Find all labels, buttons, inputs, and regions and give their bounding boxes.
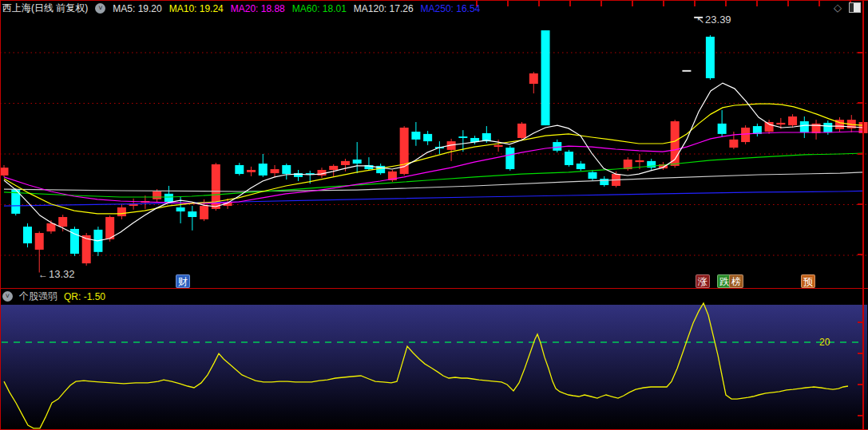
- reference-level-label: 20: [819, 337, 830, 348]
- frame-right: [862, 0, 864, 430]
- chevron-down-icon[interactable]: ˅: [2, 291, 13, 302]
- quick-button-rank[interactable]: 榜: [729, 274, 743, 288]
- window-controls: ◇: [834, 2, 861, 13]
- chevron-down-icon[interactable]: ˅: [95, 3, 105, 14]
- ma10-legend: MA10: 19.24: [169, 3, 224, 14]
- quick-button-forecast[interactable]: 预: [801, 274, 815, 288]
- frame-top: [0, 0, 868, 1]
- chart-title: 西上海(日线 前复权): [2, 2, 88, 15]
- ma250-legend: MA250: 16.54: [421, 3, 481, 14]
- ma60-legend: MA60: 18.01: [292, 3, 347, 14]
- diamond-icon[interactable]: ◇: [834, 2, 842, 13]
- indicator-header[interactable]: ˅ 个股强弱 QR: -1.50: [0, 290, 105, 303]
- low-price-value: 13.32: [49, 268, 75, 280]
- indicator-name: 个股强弱: [19, 290, 57, 303]
- frame-left: [0, 0, 1, 430]
- split-window-icon[interactable]: [849, 2, 861, 13]
- ma20-legend: MA20: 18.88: [231, 3, 285, 14]
- indicator-value: QR: -1.50: [64, 291, 105, 302]
- quick-button-finance[interactable]: 财: [176, 274, 190, 288]
- arrow-left-icon: ←: [38, 269, 48, 280]
- legend-bar: 西上海(日线 前复权) ˅ MA5: 19.20 MA10: 19.24 MA2…: [0, 1, 865, 16]
- stock-chart-window: 西上海(日线 前复权) ˅ MA5: 19.20 MA10: 19.24 MA2…: [0, 0, 868, 430]
- arrow-up-left-icon: ↖: [696, 14, 704, 26]
- panel-divider: [0, 288, 868, 289]
- indicator-chart[interactable]: [0, 305, 868, 429]
- quick-button-rise[interactable]: 涨: [696, 274, 710, 288]
- ma5-legend: MA5: 19.20: [113, 3, 161, 14]
- main-chart[interactable]: [0, 17, 868, 274]
- ma120-legend: MA120: 17.26: [354, 3, 414, 14]
- low-price-annotation: ←13.32: [38, 268, 75, 280]
